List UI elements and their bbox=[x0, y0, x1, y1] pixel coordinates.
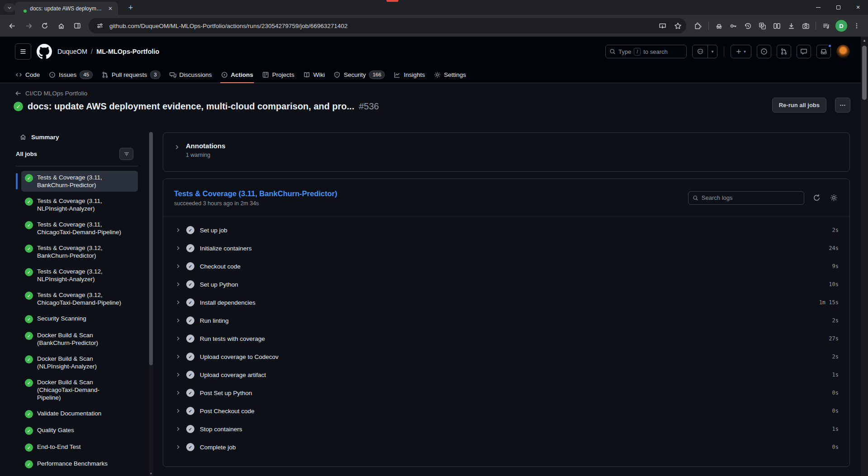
repo-owner-link[interactable]: DuqueOM bbox=[57, 48, 87, 55]
rerun-all-jobs-button[interactable]: Re-run all jobs bbox=[772, 98, 826, 113]
chevron-right-icon[interactable] bbox=[175, 444, 181, 450]
browser-tab[interactable]: docs: update AWS deployment ✕ bbox=[15, 2, 118, 15]
chevron-right-icon[interactable] bbox=[175, 264, 181, 269]
send-to-device-icon[interactable] bbox=[656, 20, 668, 32]
step-row[interactable]: ✓ Post Checkout code 0s bbox=[163, 402, 849, 420]
bookmark-star-icon[interactable] bbox=[672, 20, 684, 32]
screenshot-extension-icon[interactable] bbox=[799, 19, 812, 33]
chevron-right-icon[interactable] bbox=[175, 390, 181, 396]
history-extension-icon[interactable] bbox=[741, 19, 755, 33]
tab-search-button[interactable] bbox=[4, 3, 15, 12]
github-logo[interactable] bbox=[37, 44, 52, 59]
tab-close-icon[interactable]: ✕ bbox=[107, 5, 114, 12]
copilot-dropdown-caret[interactable]: ▼ bbox=[708, 45, 717, 58]
run-menu-kebab-button[interactable] bbox=[835, 98, 850, 113]
tab-code[interactable]: Code bbox=[11, 66, 44, 83]
step-row[interactable]: ✓ Initialize containers 24s bbox=[163, 239, 849, 257]
side-panel-button[interactable] bbox=[70, 18, 85, 33]
page-scrollbar[interactable]: ▲ bbox=[861, 37, 868, 476]
step-row[interactable]: ✓ Upload coverage artifact 1s bbox=[163, 366, 849, 384]
incognito-extension-icon[interactable] bbox=[712, 19, 726, 33]
step-row[interactable]: ✓ Run linting 2s bbox=[163, 311, 849, 330]
chevron-right-icon[interactable] bbox=[175, 372, 181, 377]
repo-name-link[interactable]: ML-MLOps-Portfolio bbox=[96, 48, 159, 55]
sidebar-job-item[interactable]: ✓ Tests & Coverage (3.12, ChicagoTaxi-De… bbox=[21, 288, 138, 309]
translate-extension-icon[interactable] bbox=[755, 19, 769, 33]
sidebar-job-item[interactable]: ✓ Tests & Coverage (3.12, NLPInsight-Ana… bbox=[21, 265, 138, 286]
sidebar-job-item[interactable]: ✓ Docker Build & Scan (BankChurn-Predict… bbox=[21, 329, 138, 349]
browser-profile-avatar[interactable]: D bbox=[835, 20, 847, 32]
chevron-right-icon[interactable] bbox=[175, 318, 181, 323]
forward-button[interactable] bbox=[21, 18, 36, 33]
downloads-icon[interactable] bbox=[784, 19, 798, 33]
sidebar-job-item[interactable]: ✓ Security Scanning bbox=[21, 312, 138, 326]
job-title-link[interactable]: Tests & Coverage (3.11, BankChurn-Predic… bbox=[174, 189, 337, 198]
hamburger-menu-button[interactable] bbox=[15, 43, 31, 60]
annotations-card[interactable]: Annotations 1 warning bbox=[163, 132, 850, 172]
browser-menu-kebab-icon[interactable] bbox=[850, 19, 863, 33]
scrollbar-up-arrow[interactable]: ▲ bbox=[861, 38, 868, 42]
create-new-button[interactable]: ▼ bbox=[731, 45, 751, 58]
minimize-button[interactable] bbox=[808, 0, 828, 15]
tab-pull-requests[interactable]: Pull requests 3 bbox=[97, 66, 165, 83]
chevron-right-icon[interactable] bbox=[175, 336, 181, 341]
log-search-input[interactable] bbox=[702, 194, 800, 201]
step-row[interactable]: ✓ Upload coverage to Codecov 2s bbox=[163, 348, 849, 366]
sidebar-job-item[interactable]: ✓ Cross-Project Integration bbox=[21, 474, 138, 476]
scrollbar-thumb[interactable] bbox=[862, 46, 867, 100]
split-screen-extension-icon[interactable] bbox=[770, 19, 783, 33]
sidebar-scrollbar-down-arrow[interactable]: ▼ bbox=[149, 472, 153, 475]
issues-header-button[interactable] bbox=[757, 45, 771, 58]
tab-security[interactable]: Security 166 bbox=[329, 66, 389, 83]
chevron-right-icon[interactable] bbox=[175, 282, 181, 287]
sidebar-scrollbar[interactable]: ▼ bbox=[149, 132, 153, 476]
step-row[interactable]: ✓ Install dependencies 1m 15s bbox=[163, 293, 849, 311]
step-row[interactable]: ✓ Stop containers 1s bbox=[163, 420, 849, 438]
tab-media-list-icon[interactable] bbox=[819, 19, 833, 33]
step-row[interactable]: ✓ Set up job 2s bbox=[163, 221, 849, 239]
chevron-right-icon[interactable] bbox=[175, 426, 181, 432]
pull-requests-header-button[interactable] bbox=[777, 45, 791, 58]
copilot-button[interactable]: ▼ bbox=[692, 45, 717, 58]
sidebar-job-item[interactable]: ✓ Tests & Coverage (3.11, BankChurn-Pred… bbox=[21, 171, 138, 192]
sidebar-job-item[interactable]: ✓ Docker Build & Scan (ChicagoTaxi-Deman… bbox=[21, 376, 138, 404]
sidebar-job-item[interactable]: ✓ Docker Build & Scan (NLPInsight-Analyz… bbox=[21, 352, 138, 373]
tab-wiki[interactable]: Wiki bbox=[299, 66, 330, 83]
chevron-right-icon[interactable] bbox=[175, 408, 181, 414]
log-settings-button[interactable] bbox=[829, 193, 839, 203]
new-tab-button[interactable]: + bbox=[125, 2, 137, 13]
notifications-button[interactable] bbox=[816, 45, 831, 58]
tab-projects[interactable]: Projects bbox=[258, 66, 299, 83]
sidebar-job-item[interactable]: ✓ Performance Benchmarks bbox=[21, 457, 138, 471]
maximize-button[interactable] bbox=[828, 0, 848, 15]
reload-button[interactable] bbox=[37, 18, 52, 33]
step-row[interactable]: ✓ Complete job 0s bbox=[163, 438, 849, 456]
chevron-right-icon[interactable] bbox=[175, 300, 181, 305]
tab-settings[interactable]: Settings bbox=[429, 66, 471, 83]
tab-issues[interactable]: Issues 45 bbox=[44, 66, 97, 83]
sidebar-job-item[interactable]: ✓ Quality Gates bbox=[21, 424, 138, 438]
back-button[interactable] bbox=[5, 18, 20, 33]
step-row[interactable]: ✓ Post Set up Python 0s bbox=[163, 384, 849, 402]
sidebar-job-item[interactable]: ✓ Tests & Coverage (3.12, BankChurn-Pred… bbox=[21, 241, 138, 262]
address-bar[interactable]: github.com/DuqueOM/ML-MLOps-Portfolio/ac… bbox=[89, 18, 686, 33]
sidebar-job-item[interactable]: ✓ Validate Documentation bbox=[21, 407, 138, 421]
chevron-right-icon[interactable] bbox=[175, 227, 181, 233]
step-row[interactable]: ✓ Checkout code 9s bbox=[163, 257, 849, 275]
site-settings-icon[interactable] bbox=[94, 20, 106, 32]
home-button[interactable] bbox=[53, 18, 69, 33]
tab-insights[interactable]: Insights bbox=[389, 66, 429, 83]
log-search-box[interactable] bbox=[688, 191, 804, 205]
workflow-breadcrumb-link[interactable]: CI/CD MLOps Portfolio bbox=[15, 90, 87, 97]
global-search-button[interactable]: Type / to search bbox=[605, 45, 687, 58]
step-row[interactable]: ✓ Run tests with coverage 27s bbox=[163, 330, 849, 348]
close-button[interactable]: ✕ bbox=[848, 0, 868, 15]
url-text[interactable]: github.com/DuqueOM/ML-MLOps-Portfolio/ac… bbox=[109, 23, 653, 29]
chevron-right-icon[interactable] bbox=[174, 144, 180, 150]
chevron-right-icon[interactable] bbox=[175, 245, 181, 251]
user-avatar[interactable] bbox=[836, 45, 850, 58]
password-key-extension-icon[interactable] bbox=[726, 19, 740, 33]
sidebar-scrollbar-thumb[interactable] bbox=[149, 132, 153, 365]
tab-discussions[interactable]: Discussions bbox=[165, 66, 217, 83]
refresh-logs-button[interactable] bbox=[811, 193, 821, 203]
